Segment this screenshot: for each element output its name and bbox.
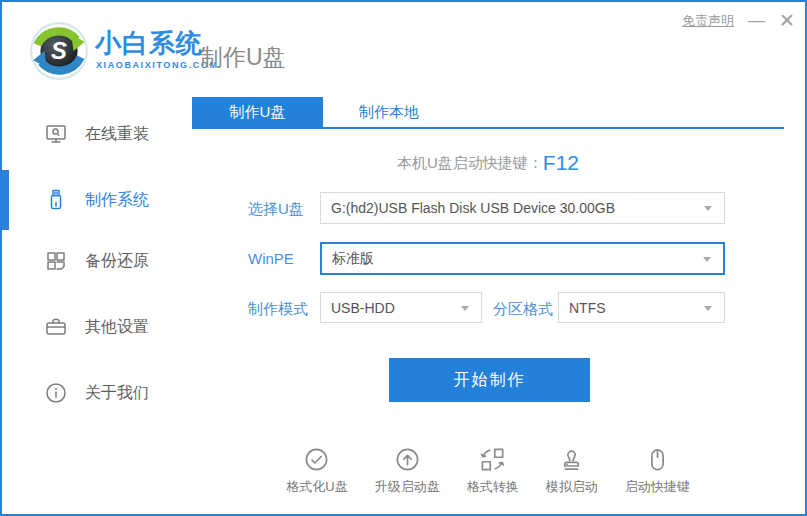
tool-label: 格式转换	[467, 478, 519, 496]
tool-label: 启动快捷键	[625, 478, 690, 496]
tool-label: 格式化U盘	[286, 478, 347, 496]
mode-select-value: USB-HDD	[321, 293, 481, 323]
tab-make-usb[interactable]: 制作U盘	[192, 97, 323, 127]
usb-select-label: 选择U盘	[248, 200, 304, 219]
tool-format-convert[interactable]: 格式转换	[467, 446, 519, 496]
minimize-button[interactable]: —	[748, 12, 765, 29]
tab-underline	[192, 127, 784, 129]
partition-select-label: 分区格式	[493, 300, 553, 319]
mode-select-label: 制作模式	[248, 300, 308, 319]
convert-icon	[479, 446, 506, 473]
usb-select-value: G:(hd2)USB Flash Disk USB Device 30.00GB	[321, 193, 724, 223]
info-icon	[44, 381, 68, 405]
sidebar-item-other-settings[interactable]: 其他设置	[2, 307, 192, 347]
mouse-icon	[644, 446, 671, 473]
tab-make-local[interactable]: 制作本地	[323, 97, 455, 127]
sidebar-item-label: 在线重装	[85, 124, 149, 145]
app-logo-icon: S	[28, 20, 90, 82]
usb-select[interactable]: G:(hd2)USB Flash Disk USB Device 30.00GB	[320, 192, 725, 224]
chevron-down-icon	[703, 257, 711, 262]
page-title: 制作U盘	[200, 42, 286, 73]
arrow-up-circle-icon	[394, 446, 421, 473]
svg-text:S: S	[51, 37, 67, 64]
sidebar-item-label: 其他设置	[85, 317, 149, 338]
boot-hotkey-value: F12	[543, 151, 579, 174]
chevron-down-icon	[461, 306, 469, 311]
titlebar-controls: 免责声明 — ✕	[682, 11, 795, 30]
check-circle-icon	[303, 446, 330, 473]
start-make-button[interactable]: 开始制作	[389, 358, 590, 402]
sidebar-item-make-system[interactable]: 制作系统	[2, 180, 192, 220]
briefcase-icon	[44, 315, 68, 339]
monitor-icon	[44, 122, 68, 146]
sidebar-item-label: 备份还原	[85, 251, 149, 272]
boot-hotkey-line: 本机U盘启动快捷键：F12	[192, 151, 784, 175]
chevron-down-icon	[704, 206, 712, 211]
tool-format-usb[interactable]: 格式化U盘	[286, 446, 347, 496]
app-window: 免责声明 — ✕ S 小白系统 XIAOBAIXITONG.COM 制作U盘 在…	[0, 0, 807, 516]
sidebar-item-label: 关于我们	[85, 383, 149, 404]
winpe-select-value: 标准版	[322, 244, 723, 273]
tool-label: 模拟启动	[546, 478, 598, 496]
disclaimer-link[interactable]: 免责声明	[682, 12, 734, 30]
tool-boot-hotkey[interactable]: 启动快捷键	[625, 446, 690, 496]
usb-drive-icon	[44, 188, 68, 212]
sidebar-item-about-us[interactable]: 关于我们	[2, 373, 192, 413]
sidebar-item-online-reinstall[interactable]: 在线重装	[2, 114, 192, 154]
sidebar-item-label: 制作系统	[85, 190, 149, 211]
winpe-select[interactable]: 标准版	[320, 242, 725, 275]
tool-simulate-boot[interactable]: 模拟启动	[546, 446, 598, 496]
tool-label: 升级启动盘	[375, 478, 440, 496]
bottom-toolbar: 格式化U盘 升级启动盘 格式转换 模拟启	[192, 446, 784, 496]
mode-select[interactable]: USB-HDD	[320, 292, 482, 323]
brand-name: 小白系统	[95, 26, 203, 61]
partition-select-value: NTFS	[559, 293, 724, 323]
partition-select[interactable]: NTFS	[558, 292, 725, 323]
grid-icon	[44, 249, 68, 273]
winpe-select-label: WinPE	[248, 250, 294, 267]
tool-upgrade-boot-disk[interactable]: 升级启动盘	[375, 446, 440, 496]
sidebar-item-backup-restore[interactable]: 备份还原	[2, 241, 192, 281]
chevron-down-icon	[704, 306, 712, 311]
close-button[interactable]: ✕	[779, 11, 795, 30]
boot-hotkey-label: 本机U盘启动快捷键：	[397, 154, 543, 171]
stamp-icon	[558, 446, 585, 473]
